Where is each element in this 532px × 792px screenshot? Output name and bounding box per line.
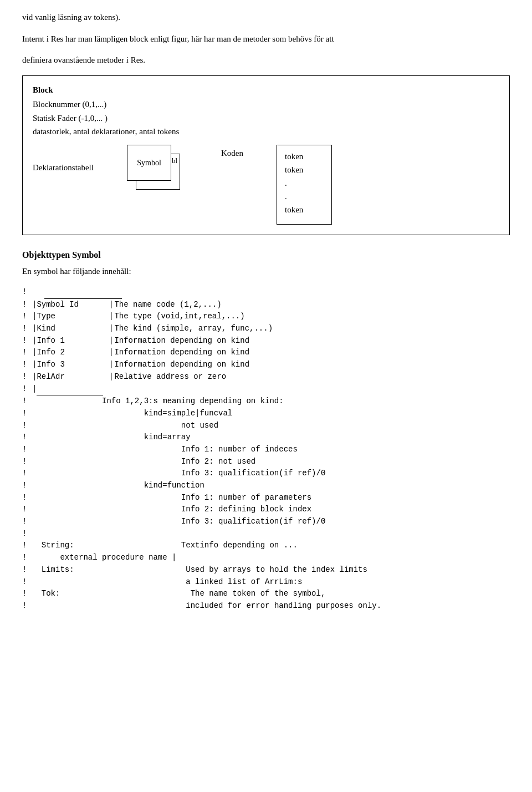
bang-kind-simple: ! bbox=[22, 408, 32, 420]
info2-blockidx-text: Info 2: defining block index bbox=[32, 504, 311, 516]
bang-1: ! bbox=[22, 299, 32, 311]
symbol-table: ! ! | Symbol Id | The name code (1,2,...… bbox=[22, 286, 510, 612]
token-line2: token bbox=[285, 163, 320, 176]
desc-type: The type (void,int,real,...) bbox=[114, 311, 510, 323]
sym-row-tok: ! Tok: The name token of the symbol, bbox=[22, 588, 510, 600]
block-diagram: Block Blocknummer (0,1,...) Statisk Fade… bbox=[22, 75, 510, 235]
bang-4: ! bbox=[22, 335, 32, 347]
token-line3: . bbox=[285, 176, 320, 190]
block-line3: datastorlek, antal deklarationer, antal … bbox=[33, 125, 499, 138]
bang-kind-function: ! bbox=[22, 480, 32, 492]
field-info3: Info 3 bbox=[37, 359, 109, 371]
sym-row-info2-blockidx: ! Info 2: defining block index bbox=[22, 504, 510, 516]
bang-5: ! bbox=[22, 347, 32, 359]
bar-right-3: | bbox=[109, 323, 114, 335]
bar-right-4: | bbox=[109, 335, 114, 347]
objekttypen-heading: Objekttypen Symbol bbox=[22, 248, 510, 262]
bang-info3-qual2: ! bbox=[22, 516, 32, 528]
bang-tok-cont: ! bbox=[22, 600, 32, 612]
sym-row-limits: ! Limits: Used by arrays to hold the ind… bbox=[22, 564, 510, 576]
ext-proc-label: external procedure name | bbox=[32, 552, 176, 564]
kind-function-text: kind=function bbox=[32, 480, 204, 492]
token-line4: . bbox=[285, 190, 320, 203]
intro-line1: vid vanlig läsning av tokens). bbox=[22, 11, 510, 24]
bang-string: ! bbox=[22, 540, 32, 552]
symbol-outer-box: Symbol bbox=[127, 145, 171, 181]
sym-row-info2: ! | Info 2 | Information depending on ki… bbox=[22, 347, 510, 359]
info1-indeces-text: Info 1: number of indeces bbox=[32, 444, 298, 456]
intro-line3: definiera ovanstående metoder i Res. bbox=[22, 54, 510, 67]
string-desc: Textinfo depending on ... bbox=[181, 540, 298, 552]
bar-left-2: | bbox=[32, 311, 37, 323]
field-info2: Info 2 bbox=[37, 347, 109, 359]
field-symbolid: Symbol Id bbox=[37, 299, 109, 311]
info3-qual1-text: Info 3: qualification(if ref)/0 bbox=[32, 468, 325, 480]
bang-info2-blockidx: ! bbox=[22, 504, 32, 516]
sym-row-info2-notused: ! Info 2: not used bbox=[22, 456, 510, 468]
sym-bang-header: ! bbox=[22, 286, 32, 298]
sym-row-limits-cont: ! a linked list of ArrLim:s bbox=[22, 576, 510, 588]
bang-info-intro: ! bbox=[22, 395, 32, 408]
tok-label: Tok: bbox=[32, 588, 191, 600]
bang-kind-array: ! bbox=[22, 431, 32, 444]
field-info1: Info 1 bbox=[37, 335, 109, 347]
info-intro-text: Info 1,2,3:s meaning depending on kind: bbox=[32, 395, 284, 408]
bang-3: ! bbox=[22, 323, 32, 335]
sym-header-row: ! bbox=[22, 286, 510, 299]
kind-simple-text: kind=simple|funcval bbox=[32, 408, 232, 420]
objekttypen-subheading: En symbol har följande innehåll: bbox=[22, 265, 510, 278]
bang-7: ! bbox=[22, 371, 32, 383]
sym-row-info3: ! | Info 3 | Information depending on ki… bbox=[22, 359, 510, 371]
sym-row-ext-proc: ! external procedure name | bbox=[22, 552, 510, 564]
sym-row-string: ! String: Textinfo depending on ... bbox=[22, 540, 510, 552]
sym-header-underline bbox=[44, 286, 122, 299]
token-line1: token bbox=[285, 150, 320, 163]
koden-label: Koden bbox=[221, 145, 254, 160]
symbol-label: Symbol bbox=[137, 157, 161, 169]
sym-row-info1-indeces: ! Info 1: number of indeces bbox=[22, 444, 510, 456]
block-diagram-row: Deklarationstabell Symbol bl Koden token… bbox=[33, 145, 499, 225]
sym-row-reladr: ! | RelAdr | Relative address or zero bbox=[22, 371, 510, 383]
block-line2: Statisk Fader (-1,0,... ) bbox=[33, 112, 499, 125]
tok-cont-label bbox=[32, 600, 186, 612]
sym-row-tok-cont: ! included for error handling purposes o… bbox=[22, 600, 510, 612]
block-line1: Blocknummer (0,1,...) bbox=[33, 98, 499, 111]
sym-row-info3-qual1: ! Info 3: qualification(if ref)/0 bbox=[22, 468, 510, 480]
bang-tok: ! bbox=[22, 588, 32, 600]
bl-label: bl bbox=[172, 155, 177, 166]
limits-cont-label bbox=[32, 576, 186, 588]
sym-row-info-intro: ! Info 1,2,3:s meaning depending on kind… bbox=[22, 395, 510, 408]
desc-info3: Information depending on kind bbox=[114, 359, 510, 371]
token-line5: token bbox=[285, 203, 320, 216]
desc-info2: Information depending on kind bbox=[114, 347, 510, 359]
sym-row-symbolid: ! | Symbol Id | The name code (1,2,...) bbox=[22, 299, 510, 311]
bar-left-3: | bbox=[32, 323, 37, 335]
bar-left-1: | bbox=[32, 299, 37, 311]
sym-empty-underline bbox=[37, 383, 103, 396]
sym-row-kind: ! | Kind | The kind (simple, array, func… bbox=[22, 323, 510, 335]
block-title: Block bbox=[33, 84, 499, 97]
desc-kind: The kind (simple, array, func,...) bbox=[114, 323, 510, 335]
limits-label: Limits: bbox=[32, 564, 186, 576]
bang-not-used: ! bbox=[22, 420, 32, 432]
bar-left-6: | bbox=[32, 359, 37, 371]
bang-info1-params: ! bbox=[22, 492, 32, 504]
sym-row-empty: ! | bbox=[22, 383, 510, 396]
desc-info1: Information depending on kind bbox=[114, 335, 510, 347]
bar-left-8: | bbox=[32, 383, 37, 395]
info1-params-text: Info 1: number of parameters bbox=[32, 492, 311, 504]
kind-array-text: kind=array bbox=[32, 431, 191, 444]
bang-info3-qual1: ! bbox=[22, 468, 32, 480]
bar-right-5: | bbox=[109, 347, 114, 359]
desc-reladr: Relative address or zero bbox=[114, 371, 510, 383]
sym-row-info1: ! | Info 1 | Information depending on ki… bbox=[22, 335, 510, 347]
sym-row-kind-simple: ! kind=simple|funcval bbox=[22, 408, 510, 420]
symbol-box-wrapper: Symbol bl bbox=[127, 145, 188, 195]
bang-6: ! bbox=[22, 359, 32, 371]
sym-row-not-used: ! not used bbox=[22, 420, 510, 432]
bar-left-7: | bbox=[32, 371, 37, 383]
field-kind: Kind bbox=[37, 323, 109, 335]
sym-row-kind-array: ! kind=array bbox=[22, 431, 510, 444]
bar-left-5: | bbox=[32, 347, 37, 359]
tok-desc: The name token of the symbol, bbox=[191, 588, 326, 600]
